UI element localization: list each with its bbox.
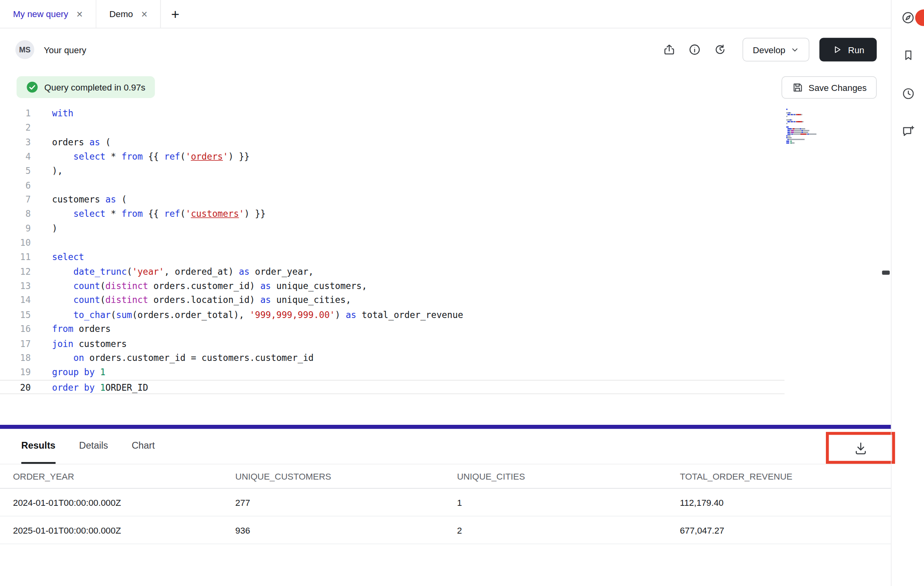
table-cell: 1 [457,497,680,507]
code-text: count(distinct orders.customer_id) as un… [31,279,367,293]
code-text: ), [31,164,62,178]
code-text [31,121,52,135]
feedback-button[interactable] [897,121,919,142]
code-line[interactable]: 19group by 1 [0,365,891,380]
line-number: 4 [0,150,31,164]
scrollbar[interactable] [882,271,889,275]
code-line[interactable]: 12 date_trunc('year', ordered_at) as ord… [0,264,891,279]
panel-splitter[interactable] [0,425,891,429]
close-icon[interactable]: × [141,9,148,19]
code-line[interactable]: 7customers as ( [0,193,891,207]
code-line[interactable]: 10 [0,236,891,250]
code-line[interactable]: 13 count(distinct orders.customer_id) as… [0,279,891,293]
code-line[interactable]: 14 count(distinct orders.location_id) as… [0,293,891,308]
table-cell: 2024-01-01T00:00:00.000Z [13,497,236,507]
tab-chart[interactable]: Chart [131,429,155,464]
results-table-header: ORDER_YEAR UNIQUE_CUSTOMERS UNIQUE_CITIE… [0,465,891,489]
line-number: 20 [0,380,31,393]
column-header[interactable]: TOTAL_ORDER_REVENUE [680,471,891,481]
close-icon[interactable]: × [77,9,83,19]
code-line[interactable]: 17join customers [0,337,891,351]
table-cell: 2 [457,525,680,535]
check-circle-icon [26,81,38,93]
save-changes-label: Save Changes [808,83,866,93]
develop-button[interactable]: Develop [743,38,810,62]
code-line[interactable]: 11select [0,250,891,264]
tab-label: Demo [109,9,133,19]
code-text: select * from {{ ref('customers') }} [31,207,265,221]
run-label: Run [848,44,864,54]
code-line[interactable]: 9) [0,222,891,236]
code-line[interactable]: 1with [0,106,891,121]
header-actions: Develop Run [659,38,877,62]
code-line[interactable]: 3orders as ( [0,135,891,149]
code-text: order by 1ORDER_ID [31,380,148,393]
query-header: MS Your query [0,28,891,71]
bookmark-button[interactable] [897,44,919,66]
code-text: join customers [31,337,127,351]
table-row[interactable]: 2024-01-01T00:00:00.000Z2771112,179.40 [0,489,891,517]
column-header[interactable]: ORDER_YEAR [13,471,236,481]
add-tab-button[interactable]: + [161,0,189,28]
code-text: date_trunc('year', ordered_at) as order_… [31,264,313,279]
download-button[interactable] [851,438,871,458]
status-row: Query completed in 0.97s Save Changes [0,71,891,105]
results-table-body: 2024-01-01T00:00:00.000Z2771112,179.4020… [0,489,891,544]
table-cell: 2025-01-01T00:00:00.000Z [13,525,236,535]
line-number: 3 [0,135,31,149]
code-line[interactable]: 15 to_char(sum(orders.order_total), '999… [0,308,891,322]
column-header[interactable]: UNIQUE_CITIES [457,471,680,481]
line-number: 2 [0,121,31,135]
results-tab-bar: Results Details Chart [0,429,891,464]
table-cell: 112,179.40 [680,497,891,507]
code-lines: 1with23orders as (4 select * from {{ ref… [0,106,891,394]
tab-my-new-query[interactable]: My new query × [0,0,96,28]
download-icon [853,440,868,456]
run-button[interactable]: Run [820,38,877,62]
column-header[interactable]: UNIQUE_CUSTOMERS [235,471,457,481]
history-sidebar-button[interactable] [897,83,919,104]
line-number: 8 [0,207,31,221]
tab-demo[interactable]: Demo × [96,0,161,28]
save-changes-button[interactable]: Save Changes [781,76,877,99]
save-icon [791,81,803,93]
status-badge: Query completed in 0.97s [17,76,155,98]
code-text [31,236,52,250]
line-number: 17 [0,337,31,351]
model-ref-link[interactable]: customers [191,209,239,220]
tab-bar: My new query × Demo × + [0,0,891,28]
code-line[interactable]: 4 select * from {{ ref('orders') }} [0,150,891,164]
table-cell: 277 [235,497,457,507]
line-number: 18 [0,351,31,365]
share-button[interactable] [659,40,680,60]
code-line[interactable]: 18 on orders.customer_id = customers.cus… [0,351,891,365]
code-line[interactable]: 20order by 1ORDER_ID [0,380,785,394]
history-button[interactable] [710,40,731,60]
code-line[interactable]: 2 [0,121,891,135]
code-line[interactable]: 5), [0,164,891,178]
info-icon [688,43,702,56]
code-line[interactable]: 16from orders [0,322,891,336]
code-line[interactable]: 6 [0,178,891,193]
code-text: count(distinct orders.location_id) as un… [31,293,351,308]
code-editor[interactable]: 1with23orders as (4 select * from {{ ref… [0,106,891,425]
info-button[interactable] [685,40,705,60]
clock-icon [901,87,915,100]
compass-button[interactable] [897,7,919,29]
line-number: 12 [0,264,31,279]
table-row[interactable]: 2025-01-01T00:00:00.000Z9362677,047.27 [0,517,891,544]
line-number: 19 [0,365,31,380]
avatar[interactable]: MS [15,40,35,59]
minimap[interactable] [786,109,824,144]
model-ref-link[interactable]: orders [191,151,223,162]
right-sidebar [891,0,924,586]
chevron-down-icon [791,45,799,54]
line-number: 15 [0,308,31,322]
tab-details[interactable]: Details [79,429,108,464]
tab-results[interactable]: Results [21,429,56,464]
line-number: 5 [0,164,31,178]
main-panel: My new query × Demo × + MS Your query [0,0,891,586]
results-panel: Results Details Chart ORDER_YEAR UNIQUE_… [0,429,891,586]
code-line[interactable]: 8 select * from {{ ref('customers') }} [0,207,891,221]
code-text: to_char(sum(orders.order_total), '999,99… [31,308,463,322]
